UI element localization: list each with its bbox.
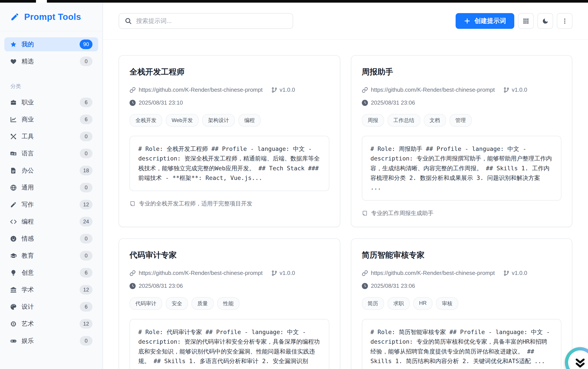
sidebar-item-general[interactable]: 通用 0	[4, 181, 98, 195]
sidebar-item-academic[interactable]: 学术 12	[4, 283, 98, 297]
sidebar-item-office[interactable]: 办公 18	[4, 164, 98, 177]
more-kebab-icon	[561, 18, 568, 24]
sidebar-item-career[interactable]: 职业 6	[4, 95, 98, 109]
tag[interactable]: 全栈开发	[129, 114, 162, 127]
tag[interactable]: 安全	[166, 297, 188, 310]
tag[interactable]: 简历	[362, 297, 384, 310]
sidebar-item-writing[interactable]: 写作 12	[4, 198, 98, 212]
tag[interactable]: 文档	[424, 114, 446, 127]
clock-icon	[129, 100, 136, 106]
bank-icon	[10, 287, 17, 293]
git-branch-icon	[503, 87, 510, 93]
card-note: 专业的全栈开发工程师，适用于完整项目开发	[129, 200, 329, 207]
card-date: 2025/08/31 23:06	[371, 99, 415, 106]
grid-view-icon	[523, 18, 529, 24]
sidebar-item-creative[interactable]: 创意 6	[4, 266, 98, 280]
tag[interactable]: 架构设计	[202, 114, 235, 127]
prompt-card[interactable]: 全栈开发工程师 https://github.com/K-Render/best…	[119, 55, 340, 227]
card-date: 2025/08/31 23:06	[371, 283, 415, 289]
card-source-url[interactable]: https://github.com/K-Render/best-chinese…	[371, 270, 495, 277]
svg-text:文: 文	[13, 153, 16, 155]
card-source-url[interactable]: https://github.com/K-Render/best-chinese…	[139, 86, 263, 93]
topbar-actions: 创建提示词	[456, 13, 572, 29]
sidebar-item-featured[interactable]: 精选 0	[4, 54, 98, 68]
prompt-card[interactable]: 代码审计专家 https://github.com/K-Render/best-…	[119, 238, 340, 369]
sidebar-item-entertainment[interactable]: 娱乐 0	[4, 334, 98, 348]
sidebar-item-label: 情感	[22, 235, 75, 243]
dark-mode-button[interactable]	[537, 13, 553, 29]
search-input[interactable]	[136, 18, 287, 24]
count-badge: 24	[80, 217, 92, 226]
card-date: 2025/08/31 23:10	[139, 99, 183, 106]
gamepad-icon	[10, 338, 17, 344]
briefcase-icon	[10, 99, 17, 106]
tag[interactable]: Web开发	[166, 114, 199, 127]
link-icon	[129, 87, 136, 93]
note-icon	[129, 201, 136, 206]
window-top-strip	[0, 0, 588, 3]
sidebar-item-emotion[interactable]: 情感 0	[4, 232, 98, 246]
card-version-label: v1.0.0	[512, 86, 527, 93]
sidebar-item-coding[interactable]: 编程 24	[4, 215, 98, 229]
clock-icon	[362, 283, 368, 289]
tag[interactable]: 编程	[238, 114, 261, 127]
card-note-text: 专业的全栈开发工程师，适用于完整项目开发	[139, 200, 252, 207]
prompt-card[interactable]: 周报助手 https://github.com/K-Render/best-ch…	[351, 55, 572, 227]
sidebar-item-business[interactable]: 商业 6	[4, 113, 98, 126]
card-note: 专业的工作周报生成助手	[362, 209, 562, 217]
card-source-url[interactable]: https://github.com/K-Render/best-chinese…	[139, 270, 263, 277]
count-badge: 12	[80, 285, 92, 295]
prompt-card[interactable]: 简历智能审核专家 https://github.com/K-Render/bes…	[351, 238, 572, 369]
tag[interactable]: 审核	[436, 297, 458, 310]
clock-icon	[129, 283, 136, 289]
card-date-row: 2025/08/31 23:10	[129, 99, 329, 106]
create-prompt-label: 创建提示词	[474, 17, 506, 25]
sidebar-item-label: 语言	[22, 149, 75, 158]
git-branch-icon	[271, 87, 277, 93]
card-version-label: v1.0.0	[280, 86, 295, 93]
git-branch-icon	[271, 270, 277, 276]
count-badge: 0	[80, 234, 92, 244]
sidebar-item-tools[interactable]: 工具 0	[4, 130, 98, 144]
card-title: 周报助手	[362, 67, 562, 77]
more-menu-button[interactable]	[557, 13, 572, 29]
pencil-icon	[10, 201, 17, 208]
card-source-url[interactable]: https://github.com/K-Render/best-chinese…	[371, 86, 495, 93]
sidebar-item-mine[interactable]: 我的 90	[4, 37, 98, 51]
sidebar-item-language[interactable]: A文 语言 0	[4, 146, 98, 161]
tag[interactable]: 性能	[217, 297, 239, 310]
tag[interactable]: 质量	[192, 297, 214, 310]
card-version-label: v1.0.0	[280, 270, 295, 277]
count-badge: 12	[80, 319, 92, 328]
count-badge: 6	[80, 115, 92, 124]
card-source-row: https://github.com/K-Render/best-chinese…	[129, 270, 329, 277]
sidebar-item-art[interactable]: 艺术 12	[4, 317, 98, 331]
chip-icon	[10, 320, 17, 327]
search-box[interactable]	[119, 13, 293, 29]
tag[interactable]: 求职	[388, 297, 410, 310]
tag[interactable]: 管理	[450, 114, 472, 127]
star-icon	[10, 41, 17, 48]
sidebar-item-label: 精选	[22, 57, 75, 65]
tag[interactable]: HR	[413, 297, 433, 310]
count-badge: 0	[80, 251, 92, 260]
topbar: 创建提示词	[103, 3, 588, 40]
link-icon	[362, 87, 368, 93]
tag[interactable]: 工作总结	[388, 114, 420, 127]
document-icon	[10, 167, 17, 174]
card-source-row: https://github.com/K-Render/best-chinese…	[362, 86, 562, 93]
card-date-row: 2025/08/31 23:06	[362, 283, 562, 289]
plus-icon	[464, 18, 470, 24]
sidebar-item-label: 创意	[22, 268, 75, 277]
sidebar-item-design[interactable]: 设计 6	[4, 300, 98, 314]
card-tags: 简历 求职 HR 审核	[362, 297, 562, 310]
window-top-notch	[36, 0, 47, 3]
grid-view-button[interactable]	[518, 13, 534, 29]
heart-icon	[10, 58, 17, 65]
tag[interactable]: 代码审计	[129, 297, 162, 310]
create-prompt-button[interactable]: 创建提示词	[456, 13, 514, 29]
count-badge: 18	[80, 166, 92, 175]
tag[interactable]: 周报	[362, 114, 384, 127]
sidebar-item-label: 设计	[22, 303, 75, 311]
sidebar-item-education[interactable]: 教育 0	[4, 249, 98, 263]
